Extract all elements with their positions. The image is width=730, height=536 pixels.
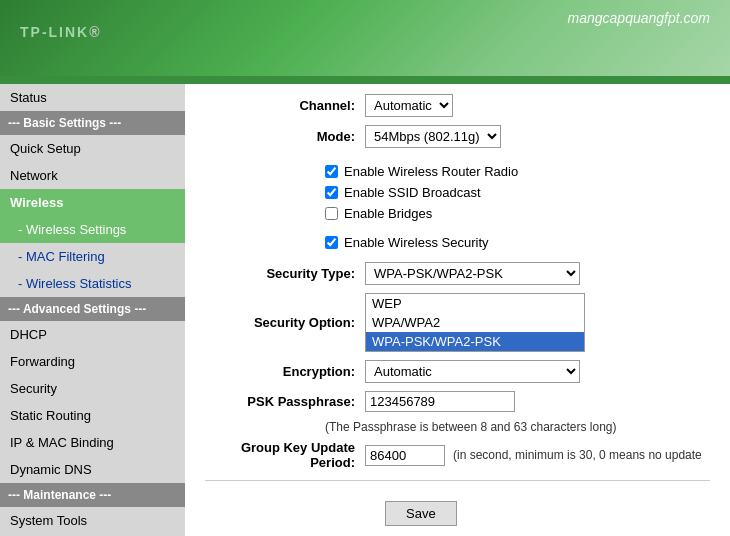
group-key-control: (in second, minimum is 30, 0 means no up… (365, 445, 710, 466)
sidebar-item-system-tools[interactable]: System Tools (0, 507, 185, 534)
channel-select[interactable]: Automatic (365, 94, 453, 117)
security-type-row: Security Type: WPA-PSK/WPA2-PSK (205, 262, 710, 285)
sidebar-item-mac-filtering[interactable]: - MAC Filtering (0, 243, 185, 270)
header: TP-LINK® mangcapquangfpt.com (0, 0, 730, 76)
security-option-row: Security Option: WEP WPA/WPA2 WPA-PSK/WP… (205, 293, 710, 352)
channel-control: Automatic (365, 94, 710, 117)
enable-ssid-broadcast-label: Enable SSID Broadcast (344, 185, 481, 200)
enable-wireless-security-row: Enable Wireless Security (325, 235, 710, 250)
sidebar-section-advanced: --- Advanced Settings --- (0, 297, 185, 321)
enable-bridges-row: Enable Bridges (325, 206, 710, 221)
group-key-input[interactable] (365, 445, 445, 466)
sidebar-item-static-routing[interactable]: Static Routing (0, 402, 185, 429)
channel-row: Channel: Automatic (205, 94, 710, 117)
sidebar-section-maintenance: --- Maintenance --- (0, 483, 185, 507)
enable-ssid-broadcast-checkbox[interactable] (325, 186, 338, 199)
watermark: mangcapquangfpt.com (568, 10, 710, 26)
encryption-label: Encryption: (205, 364, 365, 379)
logo-text: TP-LINK (20, 24, 89, 40)
enable-bridges-label: Enable Bridges (344, 206, 432, 221)
sidebar-item-dynamic-dns[interactable]: Dynamic DNS (0, 456, 185, 483)
trademark: ® (89, 24, 101, 40)
security-type-label: Security Type: (205, 266, 365, 281)
green-bar (0, 76, 730, 84)
sidebar: Status --- Basic Settings --- Quick Setu… (0, 84, 185, 536)
psk-passphrase-row: PSK Passphrase: (205, 391, 710, 412)
mode-label: Mode: (205, 129, 365, 144)
save-button[interactable]: Save (385, 501, 457, 526)
security-option-label: Security Option: (205, 315, 365, 330)
sidebar-section-basic: --- Basic Settings --- (0, 111, 185, 135)
mode-control: 54Mbps (802.11g) (365, 125, 710, 148)
sidebar-item-dhcp[interactable]: DHCP (0, 321, 185, 348)
sidebar-item-wireless-statistics[interactable]: - Wireless Statistics (0, 270, 185, 297)
sidebar-item-wireless-settings[interactable]: - Wireless Settings (0, 216, 185, 243)
encryption-row: Encryption: Automatic (205, 360, 710, 383)
enable-wireless-security-checkbox[interactable] (325, 236, 338, 249)
main-content: Status --- Basic Settings --- Quick Setu… (0, 84, 730, 536)
mode-select[interactable]: 54Mbps (802.11g) (365, 125, 501, 148)
sidebar-item-quick-setup[interactable]: Quick Setup (0, 135, 185, 162)
passphrase-note: (The Passphrase is between 8 and 63 char… (325, 420, 710, 434)
enable-ssid-broadcast-row: Enable SSID Broadcast (325, 185, 710, 200)
psk-passphrase-control (365, 391, 710, 412)
sidebar-item-forwarding[interactable]: Forwarding (0, 348, 185, 375)
dropdown-option-wep[interactable]: WEP (366, 294, 584, 313)
logo: TP-LINK® (20, 17, 102, 59)
security-type-control: WPA-PSK/WPA2-PSK (365, 262, 710, 285)
divider (205, 480, 710, 481)
dropdown-option-wpa-wpa2[interactable]: WPA/WPA2 (366, 313, 584, 332)
enable-router-radio-row: Enable Wireless Router Radio (325, 164, 710, 179)
enable-router-radio-label: Enable Wireless Router Radio (344, 164, 518, 179)
dropdown-option-wpa-psk[interactable]: WPA-PSK/WPA2-PSK (366, 332, 584, 351)
enable-bridges-checkbox[interactable] (325, 207, 338, 220)
sidebar-item-status[interactable]: Status (0, 84, 185, 111)
group-key-label: Group Key Update Period: (205, 440, 365, 470)
sidebar-item-network[interactable]: Network (0, 162, 185, 189)
sidebar-item-wireless[interactable]: Wireless (0, 189, 185, 216)
encryption-select[interactable]: Automatic (365, 360, 580, 383)
security-option-dropdown: WEP WPA/WPA2 WPA-PSK/WPA2-PSK (365, 293, 585, 352)
psk-passphrase-input[interactable] (365, 391, 515, 412)
content-area: Channel: Automatic Mode: 54Mbps (802.11g… (185, 84, 730, 536)
enable-router-radio-checkbox[interactable] (325, 165, 338, 178)
group-key-note: (in second, minimum is 30, 0 means no up… (453, 448, 702, 462)
security-option-control: WEP WPA/WPA2 WPA-PSK/WPA2-PSK (365, 293, 710, 352)
group-key-row: Group Key Update Period: (in second, min… (205, 440, 710, 470)
sidebar-item-security[interactable]: Security (0, 375, 185, 402)
encryption-control: Automatic (365, 360, 710, 383)
enable-wireless-security-label: Enable Wireless Security (344, 235, 489, 250)
channel-label: Channel: (205, 98, 365, 113)
psk-passphrase-label: PSK Passphrase: (205, 394, 365, 409)
mode-row: Mode: 54Mbps (802.11g) (205, 125, 710, 148)
security-type-select[interactable]: WPA-PSK/WPA2-PSK (365, 262, 580, 285)
sidebar-item-ip-mac-binding[interactable]: IP & MAC Binding (0, 429, 185, 456)
